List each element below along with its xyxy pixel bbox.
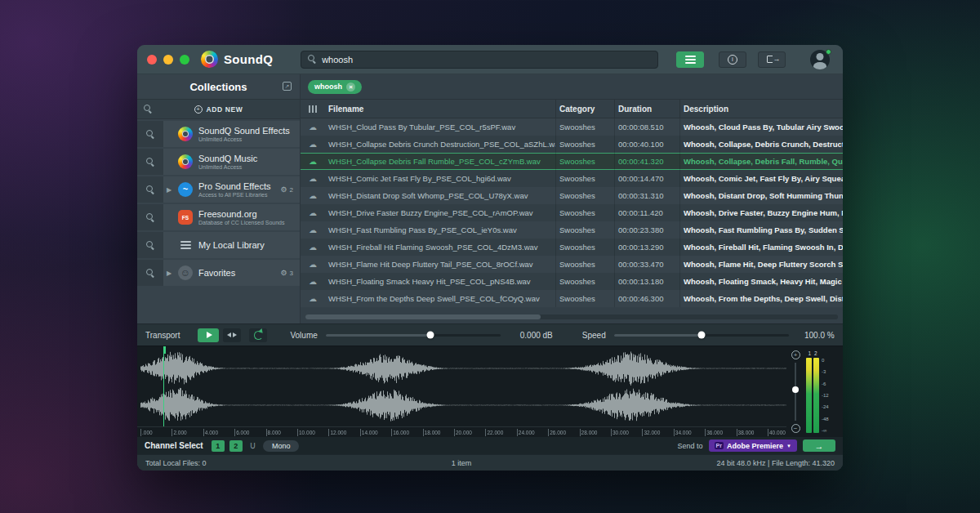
collections-title: Collections — [189, 81, 247, 93]
sidebar-library-item[interactable]: ▶ Favorites ⚙ 3 — [137, 260, 300, 286]
info-button[interactable] — [719, 51, 746, 68]
export-button[interactable] — [758, 51, 786, 68]
send-button[interactable]: → — [803, 439, 835, 452]
play-button[interactable] — [198, 328, 219, 342]
add-new-button[interactable]: + ADD NEW — [137, 105, 300, 114]
table-row[interactable]: ☁ WHSH_Floating Smack Heavy Hit_PSE_COL_… — [301, 273, 843, 290]
table-row[interactable]: ☁ WHSH_Collapse Debris Fall Rumble_PSE_C… — [301, 153, 843, 170]
table-row[interactable]: ☁ WHSH_Collapse Debris Crunch Destructio… — [301, 136, 843, 153]
sidebar-library-item[interactable]: ▶ SoundQ Sound Effects Unlimited Access — [137, 121, 300, 147]
playhead-marker — [163, 346, 166, 354]
horizontal-scrollbar[interactable] — [305, 314, 838, 319]
library-search-button[interactable] — [137, 204, 163, 230]
skip-button[interactable] — [223, 328, 241, 342]
row-category: Swooshes — [555, 153, 614, 170]
meter-scale-label: -24 — [822, 404, 829, 409]
table-row[interactable]: ☁ WHSH_Drive Faster Buzzy Engine_PSE_COL… — [301, 204, 843, 221]
remove-tag-icon[interactable]: × — [346, 83, 355, 91]
status-bar: Total Local Files: 0 1 item 24 bit 48.0 … — [137, 454, 843, 471]
vertical-zoom-thumb[interactable] — [792, 386, 799, 393]
search-tag-chip[interactable]: whoosh × — [308, 80, 362, 94]
playhead[interactable] — [163, 346, 164, 426]
close-window-button[interactable] — [147, 55, 157, 65]
timeline-tick: 18.000 — [423, 429, 441, 436]
row-duration: 00:00:13.180 — [614, 273, 679, 290]
results-table: ☁ WHSH_Cloud Pass By Tubular_PSE_COL_r5s… — [301, 118, 843, 307]
search-field[interactable] — [301, 51, 658, 69]
volume-thumb[interactable] — [427, 332, 434, 339]
library-search-button[interactable] — [137, 176, 163, 203]
waveform-display[interactable]: .0002.0004.0006.0008.00010.00012.00014.0… — [137, 346, 786, 437]
soundq-window: SoundQ Collect — [137, 45, 843, 471]
zoom-in-icon[interactable]: + — [791, 350, 800, 359]
timeline-tick: 2.000 — [172, 429, 186, 436]
volume-value: 0.000 dB — [507, 331, 553, 340]
library-search-button[interactable] — [137, 232, 163, 258]
zoom-window-button[interactable] — [180, 55, 189, 65]
item-count: 1 item — [452, 459, 472, 467]
cloud-icon: ☁ — [309, 174, 317, 183]
scrollbar-thumb[interactable] — [305, 314, 541, 319]
gear-icon: ⚙ — [280, 269, 287, 277]
cloud-icon: ☁ — [309, 277, 317, 286]
row-category: Swooshes — [555, 187, 614, 204]
sidebar-library-item[interactable]: ▶ Pro Sound Effects Access to All PSE Li… — [137, 176, 300, 203]
table-row[interactable]: ☁ WHSH_Comic Jet Fast Fly By_PSE_COL_hgi… — [301, 170, 843, 187]
table-row[interactable]: ☁ WHSH_Flame Hit Deep Fluttery Tail_PSE_… — [301, 256, 843, 273]
table-row[interactable]: ☁ WHSH_Cloud Pass By Tubular_PSE_COL_r5s… — [301, 118, 843, 136]
timeline-tick: 22.000 — [485, 429, 503, 436]
table-row[interactable]: ☁ WHSH_From the Depths Deep Swell_PSE_CO… — [301, 290, 843, 307]
volume-label: Volume — [290, 331, 317, 340]
list-view-button[interactable] — [676, 51, 704, 68]
file-format-info: 24 bit 48.0 kHz | File Length: 41.320 — [717, 459, 835, 467]
sidebar-library-item[interactable]: ▶ Freesound.org Database of CC Licensed … — [137, 204, 300, 230]
sidebar-library-item[interactable]: ▶ My Local Library — [137, 232, 300, 258]
search-icon — [146, 158, 155, 167]
columns-menu-button[interactable] — [301, 100, 325, 118]
account-avatar[interactable] — [810, 50, 830, 69]
speed-thumb[interactable] — [697, 332, 705, 339]
stereo-link-icon[interactable]: ⊃ — [248, 442, 257, 449]
collection-count-badge: ⚙ 3 — [280, 269, 293, 277]
expand-caret-icon[interactable]: ▶ — [167, 270, 173, 277]
row-category: Swooshes — [555, 290, 614, 307]
speed-slider[interactable] — [614, 334, 789, 337]
library-subtitle: Access to All PSE Libraries — [198, 192, 270, 198]
expand-caret-icon[interactable]: ▶ — [167, 186, 173, 194]
row-duration: 00:00:08.510 — [614, 118, 679, 136]
row-duration: 00:00:11.420 — [614, 204, 679, 221]
search-input[interactable] — [322, 55, 651, 65]
mono-button[interactable]: Mono — [263, 440, 300, 452]
zoom-out-icon[interactable]: − — [791, 424, 800, 433]
loop-button[interactable] — [249, 328, 267, 342]
table-row[interactable]: ☁ WHSH_Fireball Hit Flaming Swoosh_PSE_C… — [301, 239, 843, 256]
channel-1-button[interactable]: 1 — [212, 440, 225, 452]
online-status-dot — [826, 49, 831, 55]
library-search-button[interactable] — [137, 149, 163, 175]
library-list: ▶ SoundQ Sound Effects Unlimited Access … — [137, 121, 300, 286]
send-to-label: Send to — [678, 442, 703, 450]
table-row[interactable]: ☁ WHSH_Fast Rumbling Pass By_PSE_COL_ieY… — [301, 221, 843, 239]
external-link-icon[interactable]: ↗ — [283, 82, 292, 91]
waveform-canvas[interactable] — [137, 346, 786, 427]
target-app-name: Adobe Premiere — [727, 442, 783, 450]
sidebar-library-item[interactable]: ▶ SoundQ Music Unlimited Access — [137, 149, 300, 175]
minimize-window-button[interactable] — [163, 55, 173, 65]
column-duration[interactable]: Duration — [614, 100, 679, 118]
row-category: Swooshes — [555, 256, 614, 273]
table-row[interactable]: ☁ WHSH_Distant Drop Soft Whomp_PSE_COL_U… — [301, 187, 843, 204]
meter-scale-label: -12 — [822, 393, 829, 398]
vertical-zoom-slider[interactable] — [795, 363, 796, 421]
timeline-tick: 4.000 — [203, 429, 218, 436]
level-meters: 1 2 0-3-6-12-24-48-∞ — [806, 350, 829, 433]
library-search-button[interactable] — [137, 121, 163, 147]
column-category[interactable]: Category — [555, 100, 614, 118]
column-description[interactable]: Description — [679, 100, 843, 118]
channel-2-button[interactable]: 2 — [229, 440, 243, 452]
volume-slider[interactable] — [326, 334, 501, 337]
library-name: Favorites — [198, 268, 235, 278]
column-filename[interactable]: Filename — [325, 100, 555, 118]
skip-back-icon — [227, 332, 231, 337]
library-search-button[interactable] — [137, 260, 163, 286]
target-app-dropdown[interactable]: Pr Adobe Premiere ▼ — [709, 439, 797, 452]
